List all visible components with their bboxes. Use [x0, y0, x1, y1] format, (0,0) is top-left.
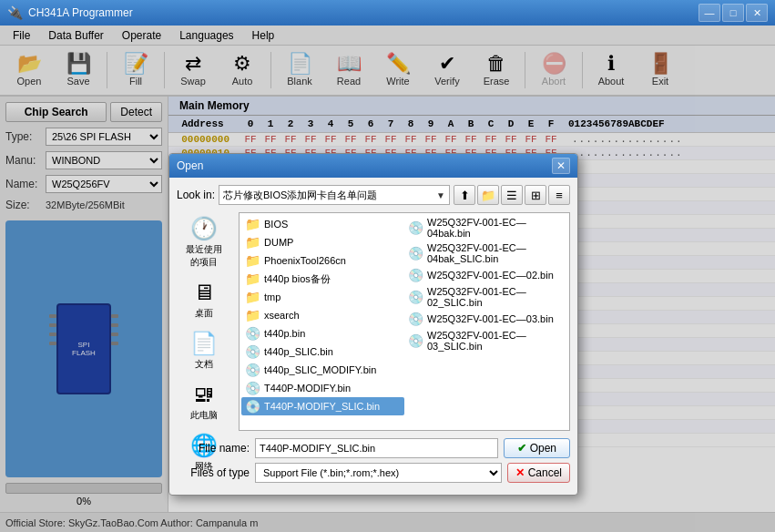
open-dialog: Open ✕ Look in: 芯片修改BIOS添加网卡自名单问题 ▼ ⬆ 📁 … — [168, 153, 578, 496]
file-name: W25Q32FV-001-EC—02.bin — [427, 270, 554, 281]
bin-file-icon: 💿 — [245, 363, 260, 377]
file-name: W25Q32FV-001-EC—03_SLIC.bin — [427, 330, 564, 352]
x-icon: ✕ — [515, 466, 525, 479]
folder-icon: 📁 — [245, 235, 260, 250]
dialog-toolbar-btns: ⬆ 📁 ☰ ⊞ ≡ — [454, 185, 570, 205]
maximize-button[interactable]: □ — [722, 4, 744, 22]
folder-icon: 📁 — [245, 271, 260, 286]
bin-file-icon: 💿 — [408, 268, 423, 282]
sidebar-pc[interactable]: 🖳 此电脑 — [182, 378, 226, 425]
folder-icon: 📁 — [245, 217, 260, 231]
dialog-cancel-button[interactable]: ✕ Cancel — [507, 463, 570, 483]
folder-icon: 📁 — [245, 253, 260, 268]
sidebar-desktop[interactable]: 🖥 桌面 — [182, 276, 226, 323]
filename-label: File name: — [177, 442, 250, 455]
pc-label: 此电脑 — [190, 409, 218, 422]
filetype-select[interactable]: Support File (*.bin;*.rom;*.hex) — [255, 463, 502, 483]
file-item[interactable]: 💿W25Q32FV-001-EC—04bak_SLIC.bin — [404, 240, 567, 266]
file-item[interactable]: 💿W25Q32FV-001-EC—02_SLIC.bin — [404, 284, 567, 310]
file-item[interactable]: 💿W25Q32FV-001-EC—02.bin — [404, 266, 567, 284]
file-item[interactable]: 💿W25Q32FV-001-EC—03.bin — [404, 310, 567, 328]
bin-file-icon: 💿 — [408, 333, 423, 348]
app-title: CH341A Programmer — [28, 6, 693, 19]
dialog-overlay: Open ✕ Look in: 芯片修改BIOS添加网卡自名单问题 ▼ ⬆ 📁 … — [0, 26, 775, 532]
dialog-cancel-btns: ✕ Cancel — [507, 463, 570, 483]
file-col-left: 📁BIOS📁DUMP📁PhoenixTool266cn📁t440p bios备份… — [241, 215, 404, 415]
dialog-path-text: 芯片修改BIOS添加网卡自名单问题 — [223, 189, 436, 202]
dialog-toolbar: Look in: 芯片修改BIOS添加网卡自名单问题 ▼ ⬆ 📁 ☰ ⊞ ≡ — [177, 185, 570, 205]
dialog-path-combo[interactable]: 芯片修改BIOS添加网卡自名单问题 ▼ — [219, 185, 450, 205]
dialog-open-button[interactable]: ✔ Open — [504, 438, 570, 458]
title-bar: 🔌 CH341A Programmer — □ ✕ — [0, 0, 775, 26]
file-name: xsearch — [264, 310, 300, 321]
minimize-button[interactable]: — — [699, 4, 720, 22]
file-item[interactable]: 📁t440p bios备份 — [241, 270, 404, 288]
open-btn-label: Open — [530, 442, 556, 455]
file-item[interactable]: 💿t440p.bin — [241, 324, 404, 343]
sidebar-docs[interactable]: 📄 文档 — [182, 327, 226, 374]
dialog-content: 🕐 最近使用的项目 🖥 桌面 📄 文档 🖳 此电脑 — [177, 212, 570, 431]
filename-input[interactable] — [255, 438, 498, 458]
bin-file-icon: 💿 — [245, 399, 260, 414]
dialog-bottom: File name: ✔ Open Files of type Support … — [177, 438, 570, 483]
view-details-button[interactable]: ☰ — [501, 185, 523, 205]
file-item[interactable]: 💿t440p_SLIC_MODIFY.bin — [241, 361, 404, 379]
bin-file-icon: 💿 — [245, 381, 260, 395]
dialog-sidebar: 🕐 最近使用的项目 🖥 桌面 📄 文档 🖳 此电脑 — [177, 212, 231, 431]
bin-file-icon: 💿 — [408, 290, 423, 304]
create-folder-button[interactable]: 📁 — [477, 185, 499, 205]
file-name: t440p_SLIC_MODIFY.bin — [264, 364, 376, 375]
bin-file-icon: 💿 — [408, 220, 423, 235]
recent-label: 最近使用的项目 — [186, 243, 222, 269]
bin-file-icon: 💿 — [408, 312, 423, 326]
cancel-btn-label: Cancel — [528, 466, 562, 479]
file-name: W25Q32FV-001-EC—04bak_SLIC.bin — [427, 242, 564, 264]
file-item[interactable]: 📁BIOS — [241, 215, 404, 233]
file-name: t440p.bin — [264, 328, 305, 339]
file-name: BIOS — [264, 219, 288, 230]
file-item[interactable]: 📁tmp — [241, 288, 404, 306]
file-col-right: 💿W25Q32FV-001-EC—04bak.bin💿W25Q32FV-001-… — [404, 215, 567, 415]
sidebar-recent[interactable]: 🕐 最近使用的项目 — [182, 212, 226, 272]
file-name: t440p bios备份 — [264, 272, 331, 286]
folder-icon: 📁 — [245, 290, 260, 304]
file-name: DUMP — [264, 237, 293, 248]
dialog-file-pane[interactable]: 📁BIOS📁DUMP📁PhoenixTool266cn📁t440p bios备份… — [239, 212, 570, 431]
app-icon: 🔌 — [7, 5, 23, 20]
combo-arrow-icon: ▼ — [436, 190, 445, 200]
folder-icon: 📁 — [245, 308, 260, 322]
file-name: T440P-MODIFY_SLIC.bin — [264, 401, 380, 412]
look-in-label: Look in: — [177, 189, 215, 201]
dialog-title: Open — [177, 159, 546, 172]
view-icons-button[interactable]: ⊞ — [525, 185, 546, 205]
bin-file-icon: 💿 — [408, 246, 423, 261]
dialog-action-btns: ✔ Open — [504, 438, 570, 458]
filetype-row: Files of type Support File (*.bin;*.rom;… — [177, 463, 570, 483]
file-item[interactable]: 💿W25Q32FV-001-EC—04bak.bin — [404, 215, 567, 240]
file-item[interactable]: 📁DUMP — [241, 233, 404, 251]
file-item[interactable]: 💿T440P-MODIFY_SLIC.bin — [241, 397, 404, 415]
dialog-body: Look in: 芯片修改BIOS添加网卡自名单问题 ▼ ⬆ 📁 ☰ ⊞ ≡ — [169, 178, 577, 495]
file-name: W25Q32FV-001-EC—02_SLIC.bin — [427, 286, 564, 308]
filename-row: File name: ✔ Open — [177, 438, 570, 458]
nav-up-button[interactable]: ⬆ — [454, 185, 475, 205]
file-name: W25Q32FV-001-EC—04bak.bin — [427, 217, 564, 239]
dialog-close-button[interactable]: ✕ — [552, 158, 570, 174]
desktop-icon: 🖥 — [193, 280, 215, 305]
file-item[interactable]: 📁PhoenixTool266cn — [241, 251, 404, 270]
file-item[interactable]: 💿T440P-MODIFY.bin — [241, 379, 404, 397]
file-name: T440P-MODIFY.bin — [264, 383, 351, 394]
file-item[interactable]: 💿t440p_SLIC.bin — [241, 343, 404, 361]
file-name: W25Q32FV-001-EC—03.bin — [427, 313, 554, 324]
filetype-label: Files of type — [177, 466, 250, 479]
window-controls: — □ ✕ — [699, 4, 768, 22]
docs-icon: 📄 — [190, 331, 218, 356]
pc-icon: 🖳 — [193, 382, 215, 407]
bin-file-icon: 💿 — [245, 344, 260, 359]
file-item[interactable]: 📁xsearch — [241, 306, 404, 324]
docs-label: 文档 — [195, 358, 213, 371]
close-button[interactable]: ✕ — [746, 4, 768, 22]
file-name: t440p_SLIC.bin — [264, 346, 333, 357]
file-item[interactable]: 💿W25Q32FV-001-EC—03_SLIC.bin — [404, 328, 567, 353]
view-options-button[interactable]: ≡ — [548, 185, 570, 205]
